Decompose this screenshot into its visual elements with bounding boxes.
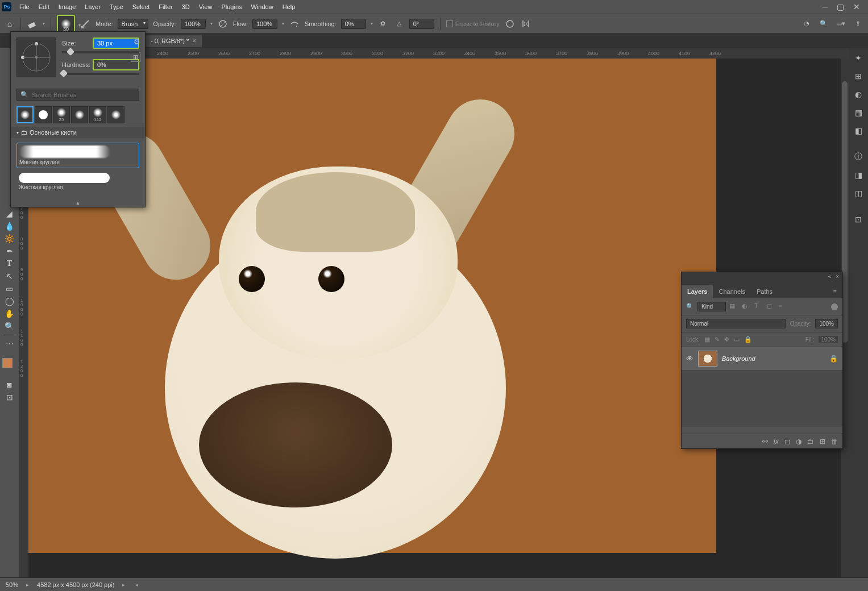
ruler-horizontal[interactable]: 20002100 22002300 24002500 26002700 2800… <box>28 48 849 59</box>
opacity-input[interactable]: 100% <box>181 19 206 29</box>
maximize-icon[interactable]: ▢ <box>837 2 844 11</box>
mode-select[interactable]: Brush ▾ <box>118 19 149 29</box>
document-tab[interactable]: - 0, RGB/8*) * × <box>145 35 202 47</box>
type-tool[interactable]: T <box>2 257 18 270</box>
close-tab-icon[interactable]: × <box>192 37 196 45</box>
recent-brush[interactable]: 25 <box>53 106 70 123</box>
layer-style-icon[interactable]: fx <box>774 438 779 446</box>
brush-search[interactable]: 🔍 <box>16 89 139 101</box>
tab-channels[interactable]: Channels <box>713 285 750 298</box>
eraser-tool-icon[interactable] <box>27 18 38 30</box>
collapse-icon[interactable]: « <box>828 273 832 281</box>
erase-history-checkbox[interactable]: Erase to History <box>446 20 500 27</box>
angle-input[interactable]: 0° <box>409 19 434 29</box>
share-icon[interactable]: ⇪ <box>852 18 863 30</box>
layers-panel-icon[interactable]: ◨ <box>852 169 865 181</box>
properties-panel-icon[interactable]: ⓘ <box>852 151 865 163</box>
menu-3d[interactable]: 3D <box>177 0 194 14</box>
lock-icon[interactable]: 🔒 <box>829 355 838 363</box>
link-layers-icon[interactable]: ⚯ <box>762 438 768 446</box>
minimize-icon[interactable]: ─ <box>822 2 828 11</box>
brush-settings-icon[interactable] <box>80 18 91 30</box>
filter-adjust-icon[interactable]: ◐ <box>742 302 751 311</box>
path-select-tool[interactable]: ↖ <box>2 270 18 282</box>
recent-brush[interactable] <box>107 106 124 123</box>
chevron-down-icon[interactable]: ▾ <box>210 21 213 26</box>
size-input[interactable]: 30 px <box>93 38 139 49</box>
new-preset-icon[interactable]: ⊞ <box>131 52 140 62</box>
home-icon[interactable]: ⌂ <box>5 19 15 29</box>
chevron-down-icon[interactable]: ▾ <box>43 21 45 26</box>
close-panel-icon[interactable]: × <box>836 273 839 281</box>
menu-plugins[interactable]: Plugins <box>217 0 246 14</box>
workspace-icon[interactable]: ▭▾ <box>835 18 846 30</box>
menu-type[interactable]: Type <box>105 0 128 14</box>
filter-pixel-icon[interactable]: ▦ <box>729 302 738 311</box>
hand-tool[interactable]: ✋ <box>2 307 18 320</box>
channels-panel-icon[interactable]: ◫ <box>852 187 865 199</box>
quick-mask-icon[interactable]: ◙ <box>2 378 18 391</box>
opacity-select[interactable]: 100% <box>815 319 838 328</box>
gear-icon[interactable]: ⚙ <box>134 38 140 46</box>
color-swatches[interactable] <box>2 353 17 371</box>
smoothing-options-icon[interactable]: ✿ <box>377 18 389 30</box>
recent-brush[interactable] <box>35 106 52 123</box>
patterns-panel-icon[interactable]: ▦ <box>852 106 865 119</box>
layer-row[interactable]: 👁 Background 🔒 <box>682 347 842 370</box>
menu-file[interactable]: File <box>15 0 34 14</box>
search-icon[interactable]: 🔍 <box>818 18 829 30</box>
hardness-slider[interactable] <box>62 73 139 75</box>
filter-toggle[interactable] <box>831 303 838 310</box>
swatches-panel-icon[interactable]: ⊞ <box>852 70 865 82</box>
symmetry-icon[interactable] <box>520 18 531 30</box>
blend-mode-select[interactable]: Normal <box>686 319 786 328</box>
brush-item-hard-round[interactable]: Жесткая круглая <box>16 170 139 193</box>
layer-thumbnail[interactable] <box>698 351 717 367</box>
filter-smart-icon[interactable]: ▫ <box>779 302 788 311</box>
layer-mask-icon[interactable]: ◻ <box>784 438 790 446</box>
pen-tool[interactable]: ✒ <box>2 245 18 257</box>
lock-artboard-icon[interactable]: ▭ <box>734 336 740 343</box>
resize-handle-icon[interactable]: ▲ <box>76 200 81 206</box>
adjustments-panel-icon[interactable]: ◧ <box>852 124 865 137</box>
menu-edit[interactable]: Edit <box>34 0 54 14</box>
chevron-down-icon[interactable]: ▾ <box>282 21 284 26</box>
menu-help[interactable]: Help <box>278 0 300 14</box>
zoom-tool[interactable]: 🔍 <box>2 320 18 332</box>
brush-preset-picker[interactable]: 30 ▾ <box>57 15 75 33</box>
panel-menu-icon[interactable]: ≡ <box>828 285 842 298</box>
airbrush-icon[interactable] <box>289 18 300 30</box>
filter-type-icon[interactable]: T <box>754 302 763 311</box>
dodge-tool[interactable]: 🔆 <box>2 232 18 245</box>
kind-select[interactable]: Kind <box>697 302 726 311</box>
tab-layers[interactable]: Layers <box>682 285 713 298</box>
doc-info[interactable]: 4582 px x 4500 px (240 ppi) <box>37 581 114 588</box>
color-panel-icon[interactable]: ✦ <box>852 52 865 64</box>
recent-brush[interactable]: 112 <box>89 106 106 123</box>
visibility-icon[interactable]: 👁 <box>686 355 693 363</box>
recent-brush[interactable] <box>16 106 34 123</box>
size-slider[interactable] <box>62 51 139 53</box>
rectangle-tool[interactable]: ▭ <box>2 282 18 295</box>
menu-window[interactable]: Window <box>247 0 278 14</box>
gradient-tool[interactable]: ◢ <box>2 207 18 220</box>
brush-item-soft-round[interactable]: Мягкая круглая <box>16 143 139 168</box>
menu-view[interactable]: View <box>194 0 217 14</box>
menu-filter[interactable]: Filter <box>154 0 177 14</box>
lock-position-icon[interactable]: ✥ <box>724 336 729 343</box>
adjustment-layer-icon[interactable]: ◑ <box>796 438 801 446</box>
menu-layer[interactable]: Layer <box>80 0 105 14</box>
edit-toolbar-icon[interactable]: ⋯ <box>2 338 18 350</box>
layer-name[interactable]: Background <box>722 355 825 362</box>
screen-mode-icon[interactable]: ⊡ <box>2 391 18 403</box>
gradients-panel-icon[interactable]: ◐ <box>852 88 865 101</box>
lock-pixels-icon[interactable]: ✎ <box>715 336 720 343</box>
tab-paths[interactable]: Paths <box>751 285 778 298</box>
close-icon[interactable]: ✕ <box>853 2 860 11</box>
brush-folder[interactable]: ▾ 🗀 Основные кисти <box>11 127 145 138</box>
pressure-opacity-icon[interactable] <box>217 18 229 30</box>
delete-layer-icon[interactable]: 🗑 <box>831 438 838 446</box>
new-layer-icon[interactable]: ⊞ <box>820 438 825 446</box>
filter-shape-icon[interactable]: ◻ <box>767 302 776 311</box>
flow-input[interactable]: 100% <box>252 19 277 29</box>
